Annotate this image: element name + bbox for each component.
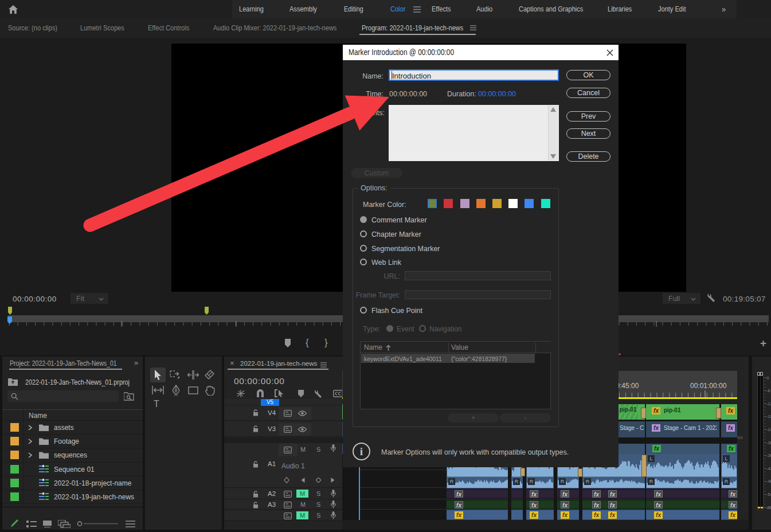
svg-text:-12: -12 (767, 402, 771, 406)
svg-text:-36: -36 (767, 453, 771, 457)
svg-text:-6: -6 (767, 389, 770, 393)
svg-text:-24: -24 (767, 428, 771, 432)
svg-text:-42: -42 (767, 467, 771, 471)
svg-text:-18: -18 (767, 414, 771, 418)
svg-text:-30: -30 (767, 441, 771, 445)
svg-text:-48: -48 (767, 479, 771, 483)
svg-text:-54: -54 (767, 492, 771, 496)
svg-text:0: 0 (767, 376, 769, 380)
svg-text:dB: dB (767, 506, 771, 510)
